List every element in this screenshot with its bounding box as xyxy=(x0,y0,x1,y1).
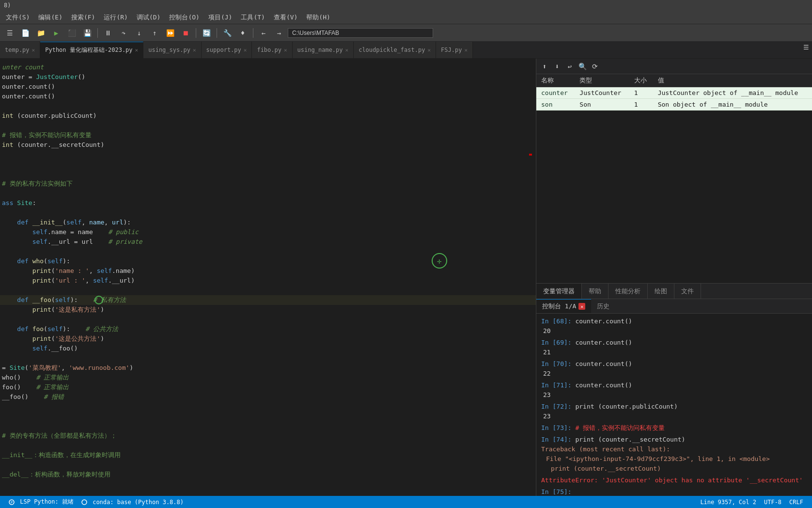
filetab-support[interactable]: support.py ✕ xyxy=(202,42,252,58)
line-content: print('这是公共方法') xyxy=(0,334,536,344)
code-line xyxy=(0,208,536,218)
filetab-temp-close[interactable]: ✕ xyxy=(32,47,35,53)
line-content: print('这是私有方法') xyxy=(0,305,536,315)
filetab-name-close[interactable]: ✕ xyxy=(345,47,349,53)
line-content: __init__：构造函数，在生成对象时调用 xyxy=(0,450,536,460)
code-line: print('这是公共方法') xyxy=(0,334,536,344)
var-reset-btn[interactable]: ↩ xyxy=(564,61,575,72)
toolbar-run-btn[interactable]: ▶ xyxy=(49,26,63,40)
code-line: def __init__(self, name, url): xyxy=(0,218,536,227)
code-line: self.__foo() xyxy=(0,344,536,353)
svg-point-2 xyxy=(82,500,87,505)
toolbar-stepin-btn[interactable]: ↓ xyxy=(132,26,146,40)
line-content xyxy=(0,247,536,256)
lsp-icon: P xyxy=(9,499,15,505)
tab-plot[interactable]: 绘图 xyxy=(648,284,674,299)
filetab-fibo[interactable]: fibo.py ✕ xyxy=(252,42,292,58)
filetab-sys[interactable]: using_sys.py ✕ xyxy=(143,42,201,58)
menu-search[interactable]: 搜索(F) xyxy=(67,12,99,23)
toolbar-tool2-btn[interactable]: ♦ xyxy=(236,26,250,40)
menu-help[interactable]: 帮助(H) xyxy=(302,12,334,23)
line-content xyxy=(0,150,536,159)
var-size-counter: 1 xyxy=(629,87,653,99)
filetab-main[interactable]: Python 量化编程基础-2023.py ✕ xyxy=(40,42,143,58)
right-bottom-tabs: 变量管理器 帮助 性能分析 绘图 文件 xyxy=(536,283,812,299)
console-section: 控制台 1/A ✕ 历史 In [68]: counter.count() 20… xyxy=(536,299,812,508)
filetab-temp[interactable]: temp.py ✕ xyxy=(0,42,40,58)
line-content xyxy=(0,159,536,169)
console-content[interactable]: In [68]: counter.count() 20 In [69]: cou… xyxy=(536,314,812,508)
filetab-main-close[interactable]: ✕ xyxy=(135,47,139,53)
code-line xyxy=(0,169,536,179)
console-tabs: 控制台 1/A ✕ 历史 xyxy=(536,299,812,314)
toolbar-save-btn[interactable]: 💾 xyxy=(80,26,94,40)
tab-overflow-btn[interactable]: ☰ xyxy=(800,42,812,58)
filetab-cloudpickle[interactable]: cloudpickle_fast.py ✕ xyxy=(354,42,436,58)
console-block-prompt: In [75]: xyxy=(541,487,807,497)
toolbar-step-btn[interactable]: ⏸ xyxy=(101,26,115,40)
line-content: def __init__(self, name, url): xyxy=(0,218,536,227)
filetab-cloudpickle-close[interactable]: ✕ xyxy=(427,47,431,53)
toolbar-open-btn[interactable]: 📁 xyxy=(34,26,47,40)
menu-tools[interactable]: 工具(T) xyxy=(237,12,268,23)
menu-run[interactable]: 运行(R) xyxy=(100,12,131,23)
toolbar-debug-btn[interactable]: ⬛ xyxy=(65,26,78,40)
line-content: # 类的专有方法（全部都是私有方法）； xyxy=(0,431,536,441)
var-row-son[interactable]: son Son 1 Son object of __main__ module xyxy=(536,99,812,111)
toolbar-reload-btn[interactable]: 🔄 xyxy=(200,26,213,40)
path-input[interactable] xyxy=(288,28,433,38)
toolbar-continue-btn[interactable]: ⏩ xyxy=(163,26,177,40)
tab-help[interactable]: 帮助 xyxy=(582,284,609,299)
toolbar-stepout-btn[interactable]: ↑ xyxy=(148,26,161,40)
var-refresh-btn[interactable]: ⟳ xyxy=(590,61,600,72)
filetab-sys-close[interactable]: ✕ xyxy=(193,47,196,53)
menu-view[interactable]: 查看(V) xyxy=(270,12,301,23)
traceback-file: File "<ipython-input-74-9d79ccf239c3>", … xyxy=(541,454,807,464)
toolbar-stepover-btn[interactable]: ↷ xyxy=(117,26,130,40)
editor-panel: unter count ounter = JustCounter() ounte… xyxy=(0,59,536,508)
var-import-btn[interactable]: ⬆ xyxy=(539,61,550,72)
code-line: who() # 正常输出 xyxy=(0,373,536,382)
menubar: 文件(S) 编辑(E) 搜索(F) 运行(R) 调试(D) 控制台(O) 项目(… xyxy=(0,11,812,24)
filetab-fibo-close[interactable]: ✕ xyxy=(284,47,287,53)
var-search-btn[interactable]: 🔍 xyxy=(577,61,588,72)
traceback-header: Traceback (most recent call last): xyxy=(541,445,670,453)
line-content: ass Site: xyxy=(0,198,536,208)
filetab-support-close[interactable]: ✕ xyxy=(244,47,247,53)
code-line: # 报错，实例不能访问私有变量 xyxy=(0,130,536,140)
code-area[interactable]: unter count ounter = JustCounter() ounte… xyxy=(0,59,536,508)
menu-edit[interactable]: 编辑(E) xyxy=(34,12,66,23)
var-value-counter: JustCounter object of __main__ module xyxy=(653,87,812,99)
console-prompt: In [75]: xyxy=(541,488,572,495)
var-export-btn[interactable]: ⬇ xyxy=(552,61,562,72)
code-line: # 类的专有方法（全部都是私有方法）； xyxy=(0,431,536,441)
console-close-btn[interactable]: ✕ xyxy=(578,303,585,310)
filetab-fsj-close[interactable]: ✕ xyxy=(464,47,468,53)
menu-console[interactable]: 控制台(O) xyxy=(165,12,203,23)
col-type: 类型 xyxy=(575,74,629,87)
toolbar-new-btn[interactable]: 📄 xyxy=(18,26,32,40)
menu-project[interactable]: 项目(J) xyxy=(204,12,236,23)
toolbar-back-btn[interactable]: ← xyxy=(257,26,270,40)
var-size-son: 1 xyxy=(629,99,653,111)
var-row-counter[interactable]: counter JustCounter 1 JustCounter object… xyxy=(536,87,812,99)
tab-files[interactable]: 文件 xyxy=(674,284,701,299)
toolbar-list-btn[interactable]: ☰ xyxy=(3,26,16,40)
toolbar-forward-btn[interactable]: → xyxy=(272,26,286,40)
console-tab-main[interactable]: 控制台 1/A ✕ xyxy=(536,299,591,313)
menu-file[interactable]: 文件(S) xyxy=(2,12,33,23)
code-line: ounter = JustCounter() xyxy=(0,72,536,82)
line-content: print('url : ', self.__url) xyxy=(0,276,536,286)
menu-debug[interactable]: 调试(D) xyxy=(133,12,164,23)
toolbar-stop-btn[interactable]: ⏹ xyxy=(179,26,192,40)
toolbar-tool1-btn[interactable]: 🔧 xyxy=(220,26,234,40)
filetab-name[interactable]: using_name.py ✕ xyxy=(293,42,354,58)
console-tab-history[interactable]: 历史 xyxy=(591,299,615,313)
filetab-fsj[interactable]: FSJ.py ✕ xyxy=(436,42,473,58)
tab-performance[interactable]: 性能分析 xyxy=(609,284,648,299)
traceback-code: print (counter.__secretCount) xyxy=(541,464,807,474)
code-line xyxy=(0,286,536,295)
tab-variable-manager[interactable]: 变量管理器 xyxy=(536,284,582,299)
code-line: unter count xyxy=(0,63,536,72)
console-out: 22 xyxy=(541,369,807,379)
